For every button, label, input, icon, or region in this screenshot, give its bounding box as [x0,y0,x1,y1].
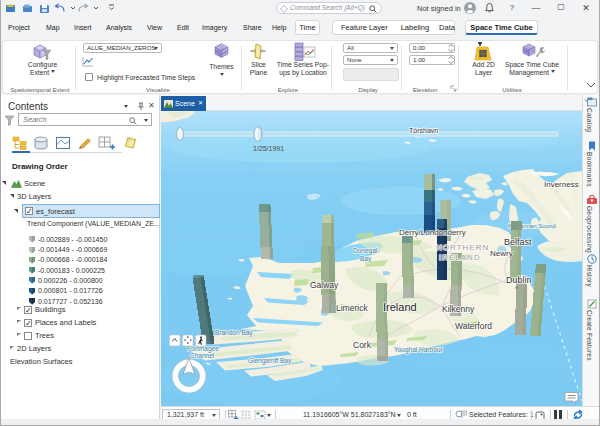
svg-text:Donegal: Donegal [353,247,378,255]
svg-text:Limerick: Limerick [336,303,368,313]
svg-text:IRELAND: IRELAND [439,253,481,262]
svg-text:Kilkenny: Kilkenny [442,304,475,314]
svg-text:Ireland: Ireland [383,301,417,313]
svg-text:Belfast: Belfast [504,237,532,247]
svg-text:Channel: Channel [190,352,215,359]
svg-text:Dublin: Dublin [506,275,532,285]
svg-text:Derry/Londonderry: Derry/Londonderry [399,228,466,237]
svg-text:Bay: Bay [360,255,372,263]
svg-text:Brandon Bay: Brandon Bay [215,329,253,337]
svg-text:Glengarriff Bay: Glengarriff Bay [248,357,292,365]
svg-text:Galway: Galway [310,280,339,290]
svg-text:Inverness: Inverness [544,180,579,189]
svg-text:NORTHERN: NORTHERN [436,243,489,252]
svg-text:Waterford: Waterford [455,321,492,331]
svg-text:1/25/1991: 1/25/1991 [253,145,284,152]
svg-text:Newry: Newry [490,249,513,258]
svg-text:Cork: Cork [353,340,372,350]
svg-text:Youghal Harbour: Youghal Harbour [394,346,443,354]
svg-text:Tórshavn: Tórshavn [409,127,438,134]
